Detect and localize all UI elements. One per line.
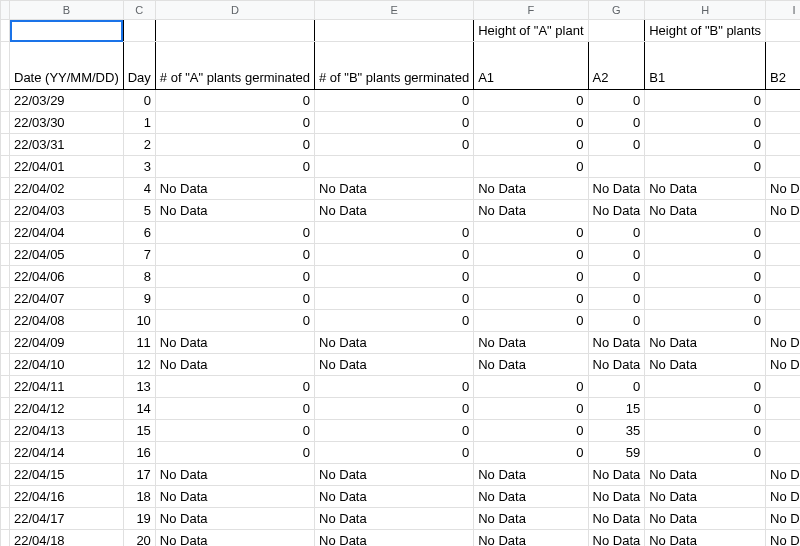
cell[interactable] xyxy=(1,266,10,288)
cell-num-b[interactable]: 0 xyxy=(315,90,474,112)
cell[interactable] xyxy=(1,134,10,156)
cell-date[interactable]: 22/04/13 xyxy=(10,420,124,442)
cell-num-b[interactable]: No Data xyxy=(315,200,474,222)
col-header-H[interactable]: H xyxy=(645,1,766,20)
cell-num-b[interactable]: 0 xyxy=(315,310,474,332)
header-a1[interactable]: A1 xyxy=(474,42,588,90)
cell-date[interactable]: 22/04/15 xyxy=(10,464,124,486)
cell-num-a[interactable]: 0 xyxy=(155,134,314,156)
cell-b2[interactable]: No Data xyxy=(766,178,800,200)
cell-day[interactable]: 0 xyxy=(123,90,155,112)
cell[interactable] xyxy=(1,244,10,266)
cell-day[interactable]: 10 xyxy=(123,310,155,332)
cell[interactable] xyxy=(1,464,10,486)
cell[interactable] xyxy=(1,420,10,442)
cell-date[interactable]: 22/04/11 xyxy=(10,376,124,398)
cell-a2[interactable]: No Data xyxy=(588,508,645,530)
cell-a2[interactable]: 0 xyxy=(588,112,645,134)
cell-a1[interactable]: 0 xyxy=(474,156,588,178)
cell-a1[interactable]: No Data xyxy=(474,178,588,200)
cell-day[interactable]: 18 xyxy=(123,486,155,508)
cell-a2[interactable]: No Data xyxy=(588,332,645,354)
col-header-I[interactable]: I xyxy=(766,1,800,20)
cell-b2[interactable]: 0 xyxy=(766,420,800,442)
cell-num-a[interactable]: 0 xyxy=(155,288,314,310)
cell-num-a[interactable]: 0 xyxy=(155,266,314,288)
cell-b1[interactable]: 0 xyxy=(645,222,766,244)
cell[interactable] xyxy=(315,20,474,42)
cell-date[interactable]: 22/03/29 xyxy=(10,90,124,112)
cell-num-b[interactable]: No Data xyxy=(315,354,474,376)
cell-num-b[interactable]: No Data xyxy=(315,530,474,547)
cell-date[interactable]: 22/04/07 xyxy=(10,288,124,310)
cell-num-b[interactable]: 0 xyxy=(315,112,474,134)
cell-b1[interactable]: 0 xyxy=(645,244,766,266)
cell-a2[interactable]: No Data xyxy=(588,354,645,376)
cell-b2[interactable]: No Data xyxy=(766,200,800,222)
cell-b1[interactable]: No Data xyxy=(645,178,766,200)
cell-a2[interactable]: 0 xyxy=(588,134,645,156)
cell-a2[interactable]: 0 xyxy=(588,310,645,332)
cell-b1[interactable]: No Data xyxy=(645,354,766,376)
cell-date[interactable]: 22/04/14 xyxy=(10,442,124,464)
cell-a2[interactable]: 0 xyxy=(588,376,645,398)
cell-day[interactable]: 3 xyxy=(123,156,155,178)
cell-date[interactable]: 22/04/09 xyxy=(10,332,124,354)
spreadsheet-grid[interactable]: B C D E F G H I Height of "A" plant Heig… xyxy=(0,0,800,546)
cell-a1[interactable]: No Data xyxy=(474,464,588,486)
cell[interactable] xyxy=(1,508,10,530)
cell-b2[interactable]: No Data xyxy=(766,508,800,530)
cell[interactable] xyxy=(1,288,10,310)
cell-num-a[interactable]: 0 xyxy=(155,310,314,332)
cell-b1[interactable]: 0 xyxy=(645,266,766,288)
cell-date[interactable]: 22/04/08 xyxy=(10,310,124,332)
cell-num-a[interactable]: 0 xyxy=(155,398,314,420)
cell-day[interactable]: 12 xyxy=(123,354,155,376)
cell-day[interactable]: 14 xyxy=(123,398,155,420)
cell-a1[interactable]: 0 xyxy=(474,442,588,464)
col-header-D[interactable]: D xyxy=(155,1,314,20)
cell-b2[interactable]: 0 xyxy=(766,398,800,420)
cell-a1[interactable]: No Data xyxy=(474,486,588,508)
cell-b1[interactable]: 0 xyxy=(645,376,766,398)
cell-date[interactable]: 22/04/04 xyxy=(10,222,124,244)
cell-b2[interactable] xyxy=(766,156,800,178)
cell-b2[interactable]: 0 xyxy=(766,134,800,156)
cell-num-a[interactable]: 0 xyxy=(155,442,314,464)
cell-a1[interactable]: No Data xyxy=(474,200,588,222)
cell-num-b[interactable]: 0 xyxy=(315,222,474,244)
cell-b2[interactable]: No Data xyxy=(766,486,800,508)
cell-day[interactable]: 20 xyxy=(123,530,155,547)
cell-a1[interactable]: 0 xyxy=(474,288,588,310)
cell[interactable] xyxy=(1,530,10,547)
cell-num-a[interactable]: No Data xyxy=(155,332,314,354)
cell-a2[interactable]: 0 xyxy=(588,90,645,112)
cell-b1[interactable]: 0 xyxy=(645,442,766,464)
cell-day[interactable]: 16 xyxy=(123,442,155,464)
cell-num-b[interactable] xyxy=(315,156,474,178)
cell-num-a[interactable]: 0 xyxy=(155,222,314,244)
cell-day[interactable]: 17 xyxy=(123,464,155,486)
cell-date[interactable]: 22/04/12 xyxy=(10,398,124,420)
cell-num-a[interactable]: No Data xyxy=(155,200,314,222)
cell[interactable] xyxy=(1,42,10,90)
cell-a1[interactable]: 0 xyxy=(474,310,588,332)
cell-num-a[interactable]: No Data xyxy=(155,354,314,376)
cell[interactable] xyxy=(1,90,10,112)
col-header-F[interactable]: F xyxy=(474,1,588,20)
cell-a2[interactable]: 0 xyxy=(588,266,645,288)
cell-a2[interactable] xyxy=(588,156,645,178)
cell[interactable] xyxy=(1,156,10,178)
cell-num-a[interactable]: No Data xyxy=(155,486,314,508)
cell[interactable] xyxy=(1,222,10,244)
cell[interactable] xyxy=(1,398,10,420)
cell-b2[interactable]: 0 xyxy=(766,90,800,112)
cell-num-a[interactable]: 0 xyxy=(155,420,314,442)
header-b1[interactable]: B1 xyxy=(645,42,766,90)
cell-a2[interactable]: 0 xyxy=(588,244,645,266)
cell-a1[interactable]: No Data xyxy=(474,354,588,376)
cell-b2[interactable]: No Data xyxy=(766,464,800,486)
cell-a1[interactable]: 0 xyxy=(474,376,588,398)
cell-num-b[interactable]: 0 xyxy=(315,420,474,442)
cell-date[interactable]: 22/04/03 xyxy=(10,200,124,222)
